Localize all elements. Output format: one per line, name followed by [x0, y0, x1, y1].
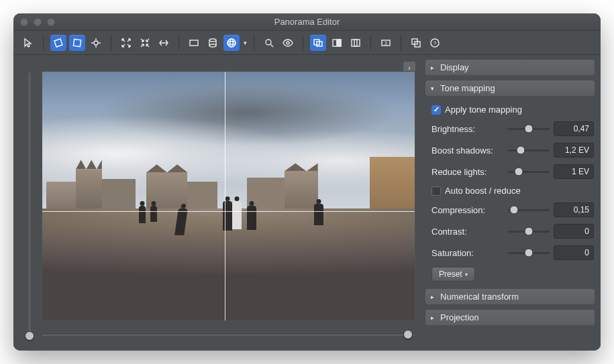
chevron-down-icon: ▾	[431, 85, 438, 92]
app-window: Panorama Editor ▾ 3 ? ›	[13, 13, 601, 351]
overlay-b-icon[interactable]	[348, 35, 364, 51]
preset-button[interactable]: Preset ▾	[431, 267, 475, 282]
yaw-slider[interactable]	[42, 328, 415, 341]
eye-icon[interactable]	[280, 35, 296, 51]
reduce-lights-row: Reduce lights: 1 EV	[431, 164, 594, 179]
panorama-canvas[interactable]	[42, 71, 415, 321]
contrast-label: Contrast:	[431, 227, 504, 237]
svg-rect-1	[190, 40, 198, 46]
rect-icon[interactable]	[186, 35, 202, 51]
svg-text:3: 3	[385, 41, 387, 46]
titlebar: Panorama Editor	[13, 13, 601, 31]
quad-b-icon[interactable]	[69, 35, 85, 51]
reduce-lights-value[interactable]: 1 EV	[554, 164, 594, 179]
quad-a-icon[interactable]	[50, 35, 66, 51]
apply-tone-mapping-label: Apply tone mapping	[445, 105, 522, 115]
toolbar-separator	[303, 36, 303, 50]
target-icon[interactable]	[88, 35, 104, 51]
svg-point-6	[230, 39, 234, 47]
toolbar-separator	[43, 36, 44, 50]
svg-point-2	[209, 39, 216, 42]
boost-shadows-slider[interactable]	[508, 145, 550, 156]
brightness-row: Brightness: 0,47	[431, 121, 594, 136]
saturation-row: Saturation: 0	[431, 245, 594, 260]
projection-dropdown-icon[interactable]: ▾	[242, 40, 247, 46]
contrast-row: Contrast: 0	[431, 224, 594, 239]
chevron-right-icon: ▸	[431, 294, 438, 300]
svg-point-0	[94, 41, 98, 45]
cursor-arrow-icon[interactable]	[20, 35, 36, 51]
apply-tone-mapping-checkbox[interactable]: ✓	[431, 105, 441, 115]
saturation-slider[interactable]	[508, 247, 550, 258]
boost-shadows-value[interactable]: 1,2 EV	[554, 143, 594, 158]
compression-row: Compression: 0,15	[431, 202, 594, 217]
saturation-value[interactable]: 0	[554, 245, 594, 260]
editor-body: ›	[13, 55, 601, 351]
toolbar-separator	[254, 36, 254, 50]
center-line-icon[interactable]	[156, 35, 172, 51]
sidebar: ▸ Display ▾ Tone mapping ✓ Apply tone ma…	[425, 55, 601, 351]
section-title: Projection	[440, 312, 479, 322]
section-display[interactable]: ▸ Display	[425, 59, 595, 76]
auto-boost-reduce-checkbox[interactable]	[431, 186, 441, 196]
svg-point-7	[266, 40, 271, 45]
toolbar: ▾ 3 ?	[13, 31, 601, 55]
tone-mapping-body: ✓ Apply tone mapping Brightness: 0,47 Bo…	[425, 101, 595, 284]
toolbar-separator	[111, 36, 111, 50]
overlay-a-icon[interactable]	[310, 35, 326, 51]
svg-point-3	[209, 44, 216, 47]
svg-rect-12	[337, 40, 341, 46]
traffic-lights	[20, 18, 55, 26]
canvas-column: ›	[13, 55, 425, 351]
svg-point-4	[227, 39, 236, 47]
pitch-slider[interactable]	[23, 71, 36, 341]
toolbar-separator	[178, 36, 179, 50]
section-numerical-transform[interactable]: ▸ Numerical transform	[425, 288, 595, 305]
auto-boost-reduce-row: Auto boost / reduce	[431, 186, 594, 196]
window-title: Panorama Editor	[13, 17, 601, 27]
section-tone-mapping[interactable]: ▾ Tone mapping	[425, 80, 595, 97]
auto-boost-reduce-label: Auto boost / reduce	[445, 186, 521, 196]
minimize-window-button[interactable]	[34, 18, 42, 26]
boost-shadows-row: Boost shadows: 1,2 EV	[431, 143, 594, 158]
contrast-slider[interactable]	[508, 226, 550, 237]
cylinder-icon[interactable]	[205, 35, 221, 51]
section-projection[interactable]: ▸ Projection	[425, 309, 595, 326]
zoom-icon[interactable]	[261, 35, 277, 51]
apply-tone-mapping-row: ✓ Apply tone mapping	[431, 105, 594, 115]
chevron-right-icon: ▸	[431, 314, 438, 321]
brightness-label: Brightness:	[431, 124, 504, 134]
chevron-down-icon: ▾	[465, 271, 468, 278]
svg-text:?: ?	[433, 40, 437, 46]
compression-label: Compression:	[431, 205, 504, 215]
section-title: Tone mapping	[440, 83, 495, 93]
boost-shadows-label: Boost shadows:	[431, 145, 504, 156]
contrast-value[interactable]: 0	[554, 224, 594, 239]
grid-3-icon[interactable]: 3	[378, 35, 394, 51]
reduce-lights-label: Reduce lights:	[431, 167, 504, 177]
svg-point-5	[227, 41, 236, 44]
windows-icon[interactable]	[408, 35, 424, 51]
compress-icon[interactable]	[137, 35, 153, 51]
brightness-value[interactable]: 0,47	[554, 121, 594, 136]
center-horizontal-guide	[42, 211, 415, 212]
overlay-contrast-icon[interactable]	[329, 35, 345, 51]
svg-point-8	[287, 42, 289, 44]
compression-slider[interactable]	[508, 204, 550, 215]
expand-icon[interactable]	[118, 35, 134, 51]
close-window-button[interactable]	[20, 18, 28, 26]
brightness-slider[interactable]	[508, 123, 550, 134]
help-icon[interactable]: ?	[427, 35, 443, 51]
center-vertical-guide	[225, 72, 225, 320]
saturation-label: Saturation:	[431, 248, 504, 258]
toolbar-separator	[370, 36, 371, 50]
zoom-window-button[interactable]	[47, 18, 55, 26]
section-title: Numerical transform	[440, 292, 519, 302]
compression-value[interactable]: 0,15	[554, 202, 594, 217]
reduce-lights-slider[interactable]	[508, 166, 550, 177]
section-title: Display	[440, 62, 469, 72]
sphere-icon[interactable]	[223, 35, 240, 51]
toolbar-separator	[401, 36, 401, 50]
chevron-right-icon: ▸	[431, 64, 438, 71]
preset-label: Preset	[439, 269, 462, 279]
